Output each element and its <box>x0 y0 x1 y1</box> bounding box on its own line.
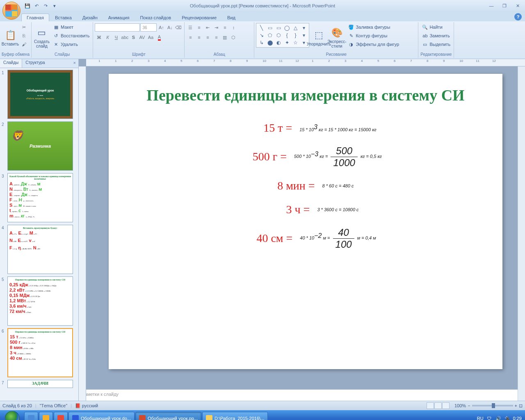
slide-canvas[interactable]: Перевести единицы измерения в систему СИ… <box>109 74 502 369</box>
shadow-icon[interactable]: S <box>129 33 137 41</box>
shape-effects-button[interactable]: ◑Эффекты для фигур <box>346 40 401 48</box>
normal-view-icon[interactable] <box>427 402 434 409</box>
thumbnail-1[interactable]: Обобщающий урокпо теме«Работа, мощность,… <box>7 70 73 119</box>
justify-icon[interactable]: ≡ <box>212 33 220 41</box>
indent-left-icon[interactable]: ⇤ <box>203 23 212 32</box>
office-button[interactable] <box>2 2 21 20</box>
language-indicator[interactable]: русский <box>82 403 98 408</box>
horizontal-ruler[interactable]: 1123456789101112123456789101112 <box>86 59 525 66</box>
slide-title[interactable]: Перевести единицы измерения в систему СИ <box>125 86 486 105</box>
smartart-icon[interactable]: ⬡ <box>229 33 237 41</box>
indent-right-icon[interactable]: ⇥ <box>212 23 220 32</box>
slideshow-view-icon[interactable] <box>442 402 450 409</box>
line-spacing-icon[interactable]: ≡ <box>221 23 229 32</box>
paste-button[interactable]: 📋 Вставить <box>2 23 19 52</box>
replace-button[interactable]: abЗаменить <box>420 32 452 40</box>
minimize-button[interactable]: — <box>486 2 497 9</box>
zoom-out-icon[interactable]: − <box>468 403 470 408</box>
case-icon[interactable]: Aa <box>146 33 155 41</box>
thumbnail-2[interactable]: 🦁Разминка <box>7 121 73 171</box>
arrange-button[interactable]: ⬚ Упорядочить <box>310 23 327 52</box>
font-size-combo[interactable] <box>140 23 157 32</box>
shape-fill-button[interactable]: 🪣Заливка фигуры <box>346 23 401 31</box>
tray-network-icon[interactable]: 🔌 <box>504 415 511 420</box>
equation-row-4[interactable]: 3 ч = 3 * 3600 с = 10800 с <box>125 203 486 216</box>
thumbnail-5[interactable]: Перевести единицы измерения в систему СИ… <box>7 276 73 326</box>
tray-shield-icon[interactable]: 🛡 <box>486 415 493 420</box>
taskbar-item-chrome[interactable] <box>54 412 68 420</box>
tab-insert[interactable]: Вставка <box>50 14 77 21</box>
bold-icon[interactable]: Ж <box>95 33 103 41</box>
undo-icon[interactable]: ↶ <box>33 2 40 9</box>
taskbar-item-ie[interactable] <box>24 412 38 420</box>
shapes-gallery[interactable]: ╲▭▭◯△▾ ↘⬠⬡{}▾ ↳⬤◐✦☆▾ <box>256 23 309 48</box>
tab-home[interactable]: Главная <box>21 14 49 21</box>
vertical-ruler[interactable] <box>79 66 86 401</box>
zoom-in-icon[interactable]: + <box>515 403 517 408</box>
equation-row-1[interactable]: 15 т = 15 * 103 кг = 15 * 1000 кг = 1500… <box>125 121 486 135</box>
grow-font-icon[interactable]: A↑ <box>157 23 165 32</box>
thumbnail-6[interactable]: Перевести единицы измерения в систему СИ… <box>7 328 73 377</box>
equation-row-5[interactable]: 40 см = 40 * 10−2 м = 40100 м = 0,4 м <box>125 227 486 250</box>
zoom-slider[interactable] <box>472 405 513 406</box>
qat-dropdown-icon[interactable]: ▾ <box>51 2 58 9</box>
tray-clock[interactable]: 0:29 <box>513 416 522 420</box>
equation-row-3[interactable]: 8 мин = 8 * 60 с = 480 с <box>125 179 486 192</box>
select-button[interactable]: ▭Выделить <box>420 40 452 48</box>
strike-icon[interactable]: abc <box>121 33 129 41</box>
thumbnail-7[interactable]: ЗАДАЧИ <box>7 380 73 388</box>
maximize-button[interactable]: ❐ <box>499 2 510 9</box>
taskbar-item-word[interactable]: Обобщающий урок.do... <box>68 412 135 420</box>
sorter-view-icon[interactable] <box>434 402 442 409</box>
new-slide-button[interactable]: ▭ Создать слайд <box>33 23 50 52</box>
align-center-icon[interactable]: ≡ <box>195 33 203 41</box>
cut-icon[interactable]: ✂ <box>20 23 28 31</box>
thumbnail-3[interactable]: Какой буквой обозначают и какова единица… <box>7 173 73 222</box>
quick-styles-button[interactable]: 🎨 Экспресс-стили <box>328 23 345 52</box>
outline-tab[interactable]: Структура <box>22 59 48 68</box>
shrink-font-icon[interactable]: A↓ <box>166 23 174 32</box>
spellcheck-icon[interactable]: 📕 <box>75 403 81 409</box>
taskbar-item-powerpoint[interactable]: Обобщающий урок.pp... <box>135 412 201 420</box>
underline-icon[interactable]: Ч <box>112 33 120 41</box>
format-painter-icon[interactable]: 🖌 <box>20 40 28 48</box>
help-icon[interactable]: ? <box>514 13 522 21</box>
spacing-icon[interactable]: AV <box>138 33 146 41</box>
notes-pane[interactable]: Заметки к слайду <box>79 389 525 401</box>
tab-design[interactable]: Дизайн <box>78 14 103 21</box>
zoom-level[interactable]: 100% <box>454 403 466 408</box>
text-direction-icon[interactable]: ↕ <box>229 23 237 32</box>
italic-icon[interactable]: К <box>103 33 112 41</box>
redo-icon[interactable]: ↷ <box>42 2 49 9</box>
tab-slideshow[interactable]: Показ слайдов <box>135 14 176 21</box>
copy-icon[interactable]: ⎘ <box>20 32 28 40</box>
find-button[interactable]: 🔍Найти <box>420 23 452 31</box>
delete-button[interactable]: ✕Удалить <box>51 40 91 48</box>
start-button[interactable] <box>1 410 24 420</box>
tray-lang[interactable]: RU <box>477 416 484 420</box>
taskbar-item-explorer[interactable] <box>39 412 53 420</box>
tab-view[interactable]: Вид <box>222 14 240 21</box>
vertical-scrollbar[interactable] <box>518 66 525 401</box>
thumbnail-4[interactable]: Вставить пропущенную букву: A = F·s Eп =… <box>7 225 73 274</box>
close-button[interactable]: ✕ <box>512 2 523 9</box>
align-right-icon[interactable]: ≡ <box>203 33 212 41</box>
clear-format-icon[interactable]: ⌫ <box>174 23 183 32</box>
font-color-icon[interactable]: A <box>155 33 163 41</box>
tab-animation[interactable]: Анимация <box>103 14 135 21</box>
layout-button[interactable]: ▦Макет <box>51 23 91 31</box>
font-family-combo[interactable] <box>95 23 140 32</box>
taskbar-item-folder[interactable]: D:\Работа_2015-2016\... <box>202 412 268 420</box>
align-left-icon[interactable]: ≡ <box>186 33 194 41</box>
reset-button[interactable]: ↺Восстановить <box>51 32 91 40</box>
panel-close-icon[interactable]: × <box>71 59 78 68</box>
thumbnails[interactable]: 1 Обобщающий урокпо теме«Работа, мощност… <box>0 68 78 401</box>
tray-volume-icon[interactable]: 🔊 <box>495 415 502 420</box>
slides-tab[interactable]: Слайды <box>0 59 22 68</box>
shape-outline-button[interactable]: ✎Контур фигуры <box>346 32 401 40</box>
fit-window-icon[interactable]: ⊡ <box>519 403 523 409</box>
bullets-icon[interactable]: ☰ <box>186 23 194 32</box>
tab-review[interactable]: Рецензирование <box>177 14 221 21</box>
equation-row-2[interactable]: 500 г = 500 * 10−3 кг = 5001000 кг = 0,5… <box>125 145 486 169</box>
columns-icon[interactable]: ▥ <box>221 33 229 41</box>
